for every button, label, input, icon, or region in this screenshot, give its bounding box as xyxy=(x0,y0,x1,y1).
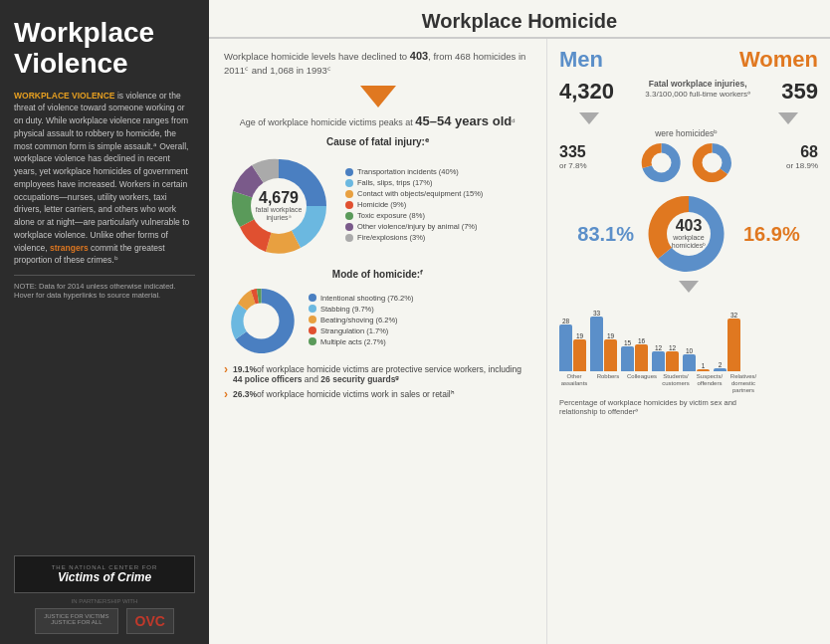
cause-legend-item: Fire/explosions (3%) xyxy=(345,233,483,242)
cause-section: Cause of fatal injury:ᵉ xyxy=(224,136,531,261)
mode-legend-item: Multiple acts (2.7%) xyxy=(309,337,413,346)
declined-num: 403 xyxy=(410,50,428,62)
body-text-1: is violence or the threat of violence to… xyxy=(14,91,189,253)
women-arrow-icon xyxy=(778,112,798,124)
legend-dot xyxy=(345,201,353,209)
mode-donut xyxy=(224,284,299,358)
mode-legend-item: Stabbing (9.7%) xyxy=(309,305,413,314)
cause-legend-item: Homicide (9%) xyxy=(345,200,483,209)
fatal-row: 4,320 Fatal workplace injuries, 3.3/100,… xyxy=(559,79,818,105)
left-title: Workplace Violence xyxy=(14,18,195,80)
bullet-1-text: 19.1%of workplace homicide victims are p… xyxy=(233,364,531,384)
men-arrow-icon xyxy=(579,112,599,124)
mode-legend-item: Beating/shoving (6.2%) xyxy=(309,316,413,324)
men-pie xyxy=(639,140,684,185)
legend-text: Multiple acts (2.7%) xyxy=(320,337,386,346)
cause-title: Cause of fatal injury:ᵉ xyxy=(224,136,531,147)
women-hom-num: 68 xyxy=(786,143,818,161)
legend-dot xyxy=(309,305,316,313)
legend-text: Beating/shoving (6.2%) xyxy=(320,316,398,324)
svg-point-1 xyxy=(244,303,280,338)
center-403: 403 xyxy=(672,218,707,234)
note-text: NOTE: Data for 2014 unless otherwise ind… xyxy=(14,275,195,300)
men-hom-num: 335 xyxy=(559,143,587,161)
women-pie xyxy=(690,140,734,185)
legend-dot xyxy=(345,223,353,231)
mode-title: Mode of homicide:ᶠ xyxy=(224,269,531,280)
logo-area: THE NATIONAL CENTER FOR Victims of Crime… xyxy=(14,555,195,634)
bar-group: 101 xyxy=(683,347,710,371)
fatal-desc: Fatal workplace injuries, 3.3/100,000 fu… xyxy=(614,79,781,101)
center-donut: 403 workplace homicidesᵇ xyxy=(644,189,733,279)
bullet-2: › 26.3%of workplace homicide victims wor… xyxy=(224,389,531,401)
svg-point-2 xyxy=(651,153,671,173)
bullet-arrow-2: › xyxy=(224,387,228,401)
bar-label: Colleagues xyxy=(627,373,657,395)
logo-justice: JUSTICE FOR VICTIMS JUSTICE FOR ALL xyxy=(35,608,117,634)
men-label: Men xyxy=(559,47,603,73)
legend-dot xyxy=(345,168,353,176)
center-donut-label: 403 workplace homicidesᵇ xyxy=(672,218,707,251)
women-hom-pct: or 18.9% xyxy=(786,161,818,170)
homicides-row: 335 or 7.8% were homicidesᵇ xyxy=(559,128,818,185)
bullets-section: › 19.1%of workplace homicide victims are… xyxy=(224,364,531,401)
bar-group: 1516 xyxy=(621,337,648,371)
age-highlight: 45–54 years old xyxy=(415,113,512,128)
bar-label: Students/ customers xyxy=(661,373,691,395)
legend-text: Other violence/injury by animal (7%) xyxy=(357,222,477,231)
mode-legend-item: Intentional shooting (76.2%) xyxy=(309,294,413,303)
women-pct: 16.9% xyxy=(743,223,800,246)
bullet-2-text: 26.3%of workplace homicide victims work … xyxy=(233,389,455,399)
donut-center-num: 4,679 xyxy=(256,189,303,205)
legend-dot xyxy=(309,316,316,323)
homicide-left: Workplace homicide levels have declined … xyxy=(209,39,547,644)
legend-text: Strangulation (1.7%) xyxy=(320,326,388,335)
cause-legend: Transportation incidents (40%)Falls, sli… xyxy=(345,167,483,244)
logo-icons: JUSTICE FOR VICTIMS JUSTICE FOR ALL OVC xyxy=(14,608,195,634)
logo-main-text: Victims of Crime xyxy=(21,570,188,584)
cause-legend-item: Toxic exposure (8%) xyxy=(345,211,483,220)
bar-labels-row: Other assailantsRobbersColleaguesStudent… xyxy=(559,373,818,395)
bar-label: Suspects/ offenders xyxy=(695,373,725,395)
bar-chart-section: 2819331915161212101232Other assailantsRo… xyxy=(559,297,818,395)
men-fatal-num: 4,320 xyxy=(559,79,614,105)
legend-dot xyxy=(345,190,353,198)
legend-text: Fire/explosions (3%) xyxy=(357,233,425,242)
age-ref: ᵈ xyxy=(512,117,516,127)
men-women-header: Men Women xyxy=(559,47,818,73)
women-homicides-stat: 68 or 18.9% xyxy=(786,143,818,170)
bullet-1: › 19.1%of workplace homicide victims are… xyxy=(224,364,531,384)
legend-dot xyxy=(309,337,316,345)
left-panel: Workplace Violence WORKPLACE VIOLENCE is… xyxy=(0,0,209,644)
center-sub: workplace homicidesᵇ xyxy=(672,234,707,251)
main-content: Workplace Homicide Workplace homicide le… xyxy=(209,0,830,644)
bar-group: 2819 xyxy=(559,318,586,371)
bar-label: Other assailants xyxy=(559,373,589,395)
highlight-strangers: strangers xyxy=(50,243,89,253)
fatal-rate: 3.3/100,000 full-time workersᵃ xyxy=(645,90,750,99)
bar-group: 3319 xyxy=(590,310,617,371)
legend-text: Intentional shooting (76.2%) xyxy=(320,294,413,303)
mode-legend: Intentional shooting (76.2%)Stabbing (9.… xyxy=(309,294,413,348)
legend-dot xyxy=(345,179,353,187)
logo-box: THE NATIONAL CENTER FOR Victims of Crime xyxy=(14,555,195,593)
bar-group: 1212 xyxy=(652,344,679,371)
bar-label: Relatives/ domestic partners xyxy=(728,373,758,395)
logo-ovc: OVC xyxy=(126,608,174,634)
age-pre: Age of workplace homicide victims peaks … xyxy=(240,117,416,127)
cause-legend-item: Falls, slips, trips (17%) xyxy=(345,178,483,187)
legend-dot xyxy=(345,234,353,242)
fatal-injuries-label: Fatal workplace injuries, xyxy=(649,79,747,89)
age-text: Age of workplace homicide victims peaks … xyxy=(224,113,531,128)
legend-dot xyxy=(309,326,316,334)
legend-text: Falls, slips, trips (17%) xyxy=(357,178,432,187)
left-body: WORKPLACE VIOLENCE is violence or the th… xyxy=(14,90,195,268)
legend-text: Contact with objects/equipment (15%) xyxy=(357,189,483,198)
down-arrow-icon xyxy=(360,86,396,107)
men-pct: 83.1% xyxy=(577,223,634,246)
svg-point-3 xyxy=(702,153,722,173)
homicide-right: Men Women 4,320 Fatal workplace injuries… xyxy=(547,39,830,644)
cause-donut: 4,679 fatal workplace injuriesᵃ xyxy=(224,151,333,261)
partner-text: IN PARTNERSHIP WITH xyxy=(14,598,195,604)
highlight-workplace-violence: WORKPLACE VIOLENCE xyxy=(14,91,115,101)
